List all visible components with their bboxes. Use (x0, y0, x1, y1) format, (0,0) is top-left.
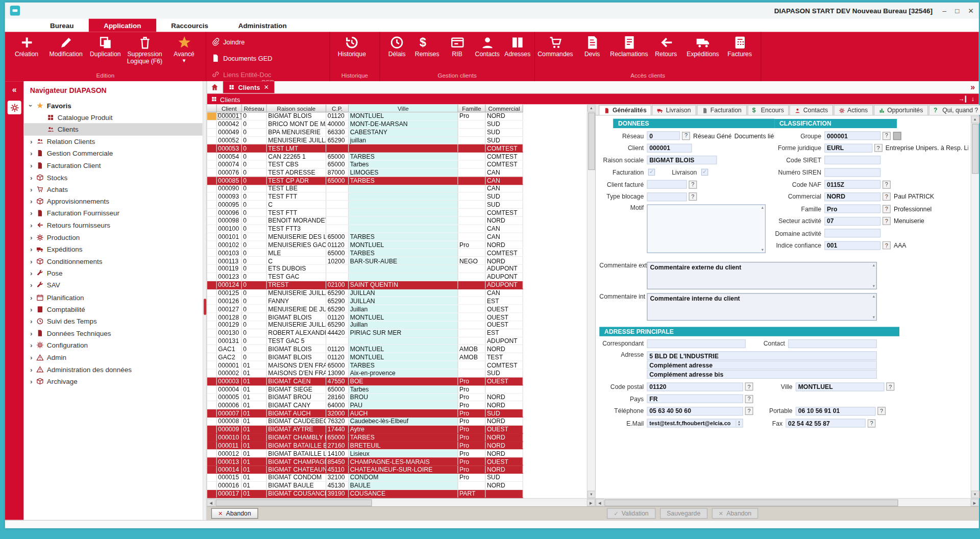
sauvegarde-button[interactable]: Sauvegarde (660, 508, 707, 519)
row-selector[interactable] (207, 217, 217, 225)
detail-tab-g-n-ralit-s[interactable]: Généralités (599, 105, 651, 115)
fax-help-button[interactable]: ? (868, 419, 876, 427)
ribbon-button-historique[interactable]: Historique (332, 34, 371, 58)
table-row[interactable]: 0000010BIGMAT BLOIS01120MONTLUELProNORD (207, 112, 523, 120)
chevron-right-icon[interactable]: › (28, 353, 35, 361)
telephone-input[interactable]: 05 63 40 50 60 (647, 407, 743, 415)
row-selector[interactable] (207, 361, 217, 369)
row-selector[interactable] (207, 201, 217, 208)
facturation-checkbox[interactable]: ✓ (648, 169, 655, 176)
chevron-right-icon[interactable]: › (28, 282, 35, 289)
chevron-right-icon[interactable]: › (28, 258, 35, 265)
table-row[interactable]: 0000520MENUISERIE JUILLAN65290juillanSUD (207, 137, 523, 145)
scroll-down-icon[interactable]: ▼ (872, 315, 875, 319)
row-selector[interactable] (207, 409, 217, 417)
chevron-right-icon[interactable]: › (28, 186, 35, 193)
scroll-thumb[interactable] (971, 124, 978, 174)
sidebar-item-comptabilit[interactable]: ›Comptabilité (24, 303, 203, 315)
portable-help-button[interactable]: ? (877, 407, 886, 415)
scroll-up-icon[interactable]: ▲ (971, 116, 979, 124)
ribbon-button-avanc[interactable]: Avancé▼ (165, 34, 203, 63)
table-row[interactable]: 0001270MENUISERIE DE JUILLAN65290Juillan… (207, 305, 523, 313)
ribbon-button-cr-ation[interactable]: Création (8, 34, 46, 58)
row-selector[interactable] (207, 385, 217, 393)
sidebar-item-achats[interactable]: ›Achats (24, 183, 203, 195)
scroll-right-icon[interactable]: ▶ (587, 499, 595, 506)
menu-tab-bureau[interactable]: Bureau (35, 19, 89, 32)
table-row[interactable]: 0001300ROBERT ALEXANDRE EI44420PIRIAC SU… (207, 329, 523, 337)
row-selector[interactable] (207, 433, 217, 441)
row-selector[interactable] (207, 153, 217, 160)
row-selector[interactable] (207, 225, 217, 233)
row-selector[interactable] (207, 490, 217, 498)
row-selector[interactable] (207, 185, 217, 192)
table-row[interactable]: 0001230TEST GACADUPONT (207, 273, 523, 281)
table-row[interactable]: 0001000TEST FTT3CAN (207, 225, 523, 233)
detail-tab-facturation[interactable]: Facturation (697, 105, 747, 115)
numero-siren-input[interactable] (824, 168, 880, 177)
correspondant-input[interactable] (647, 339, 745, 348)
telephone-help-button[interactable]: ? (745, 407, 753, 415)
row-selector[interactable] (207, 458, 217, 465)
tab-clients[interactable]: Clients ✕ (223, 81, 275, 93)
ribbon-button-modification[interactable]: Modification (47, 34, 85, 58)
column-header-raison-sociale[interactable]: Raison sociale (267, 104, 326, 112)
home-tab[interactable] (207, 81, 223, 93)
scroll-right-icon[interactable]: ▶ (971, 499, 979, 506)
row-selector[interactable] (207, 129, 217, 136)
row-selector[interactable] (207, 120, 217, 128)
settings-button[interactable] (8, 101, 21, 114)
motif-textarea[interactable]: ▲ ▼ (647, 204, 766, 253)
chevron-right-icon[interactable]: › (28, 150, 35, 157)
table-row[interactable]: 0000490BPA MENUISERIE66330CABESTANYSUD (207, 129, 523, 137)
sidebar-item-suivi-des-temps[interactable]: ›Suivi des Temps (24, 315, 203, 327)
chevron-right-icon[interactable]: › (28, 270, 35, 277)
table-vertical-scrollbar[interactable]: ▲ ▼ (587, 104, 595, 498)
fax-input[interactable]: 02 54 42 55 87 (786, 419, 866, 427)
table-row[interactable]: 0001250MENUISERIE JUILLANAIS65290JUILLAN… (207, 289, 523, 297)
table-row[interactable]: 0001290MENUISERIE JUILLANAIS65290Juillan… (207, 321, 523, 329)
row-selector[interactable] (207, 418, 217, 425)
row-selector[interactable] (207, 474, 217, 481)
detail-tab-qui-quand[interactable]: ?Qui, quand ? (928, 105, 980, 115)
ville-input[interactable]: MONTLUEL (796, 382, 885, 391)
sidebar-item-retours-fournisseurs[interactable]: ›Retours fournisseurs (24, 219, 203, 231)
row-selector[interactable] (207, 482, 217, 489)
table-row[interactable]: 0000900TEST LBECAN (207, 185, 523, 193)
detail-tab-actions[interactable]: Actions (834, 105, 873, 115)
row-selector[interactable] (207, 241, 217, 249)
ribbon-button-documents-ged[interactable]: Documents GED (211, 54, 273, 62)
tab-close-icon[interactable]: ✕ (264, 84, 269, 90)
adresse-ligne3-input[interactable]: Complément adresse bis (647, 370, 877, 379)
chevron-right-icon[interactable]: › (28, 317, 35, 325)
sidebar-item-production[interactable]: ›Production (24, 231, 203, 243)
table-row[interactable]: GAC20BIGMAT BLOIS01120MONTLUELAMOBTEST (207, 353, 523, 361)
sidebar-item-conditionnements[interactable]: ›Conditionnements (24, 255, 203, 267)
chevron-right-icon[interactable]: › (28, 246, 35, 253)
row-selector[interactable] (207, 442, 217, 449)
ville-help-button[interactable]: ? (886, 382, 894, 390)
chevron-right-icon[interactable]: › (28, 162, 35, 169)
row-selector[interactable] (207, 337, 217, 345)
table-row[interactable]: 00000301BIGMAT CAEN47550BOEProOUEST (207, 377, 523, 385)
column-header-client[interactable]: Client (217, 104, 242, 112)
table-row[interactable]: 00000901BIGMAT AYTRE17440AytreProOUEST (207, 426, 523, 434)
client-facture-input[interactable] (647, 180, 687, 189)
chevron-right-icon[interactable]: › (28, 138, 35, 145)
table-row[interactable]: 0000530TEST LMTCOMTEST (207, 144, 523, 153)
adresse-ligne1-input[interactable]: 5 BLD DE L'INDUSTRIE (647, 351, 877, 360)
scroll-down-icon[interactable]: ▼ (971, 491, 979, 498)
table-row[interactable]: 0001260FANNY65290JUILLANEST (207, 297, 523, 305)
row-selector[interactable] (207, 112, 217, 120)
sidebar-item-archivage[interactable]: ›Archivage (24, 375, 203, 387)
sidebar-item-administration-des-donn-es[interactable]: ›Administration des données (24, 363, 203, 375)
scroll-left-icon[interactable]: ◀ (596, 499, 604, 506)
table-row[interactable]: 0001190ETS DUBOISADUPONT (207, 265, 523, 273)
row-selector[interactable] (207, 426, 217, 433)
forme-juridique-help-button[interactable]: ? (874, 144, 883, 152)
spinner-icon[interactable]: ▲▼ (736, 420, 741, 426)
sidebar-item-configuration[interactable]: ›Configuration (24, 339, 203, 351)
row-selector[interactable] (207, 313, 217, 321)
row-selector[interactable] (207, 249, 217, 257)
scroll-down-icon[interactable]: ▼ (587, 491, 595, 498)
